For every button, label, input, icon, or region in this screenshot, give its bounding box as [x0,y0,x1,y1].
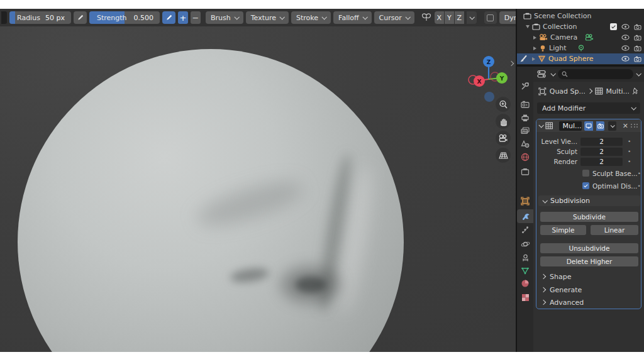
disclosure-collapsed-icon[interactable] [533,36,536,40]
breadcrumb-modifier[interactable]: Multi... [606,87,630,96]
outliner-row-camera[interactable]: Camera [517,32,644,43]
cursor-dropdown[interactable]: Cursor [374,11,414,24]
symmetry-x-toggle[interactable]: X [435,11,444,24]
sculpt-base-checkbox[interactable] [582,170,589,177]
collection-icon [523,13,531,19]
tab-texture[interactable] [517,290,533,304]
modifier-name-field[interactable]: Mul... [559,121,582,131]
tab-constraints[interactable] [517,251,533,265]
radius-pressure-button[interactable] [74,11,87,24]
texture-dropdown[interactable]: Texture [246,11,289,24]
outliner-row-quad-sphere[interactable]: Quad Sphere [517,53,644,64]
camera-view-button[interactable] [496,131,511,146]
hide-eye-icon[interactable] [621,45,630,51]
radius-slider[interactable]: Radius 50 px [9,11,71,24]
tab-particles[interactable] [517,223,533,237]
tab-object[interactable] [517,194,533,208]
optimal-display-checkbox[interactable] [582,182,589,189]
dyntopo-checkbox[interactable] [484,11,497,24]
tab-material[interactable] [517,277,533,290]
animate-dot-icon[interactable]: • [628,138,631,145]
disclosure-expanded-icon[interactable] [526,25,530,28]
strength-pressure-button[interactable] [162,11,175,24]
clipped-tool-button[interactable] [1,11,7,24]
tab-world[interactable] [517,150,533,164]
tab-tool[interactable] [517,79,533,93]
disclosure-collapsed-icon[interactable] [533,47,536,50]
tab-scene[interactable] [517,137,533,151]
subdivide-simple-button[interactable]: Simple [540,225,586,235]
symmetry-y-toggle[interactable]: Y [445,11,454,24]
shape-section-header[interactable]: Shape [541,272,571,281]
symmetry-z-toggle[interactable]: Z [455,11,464,24]
zoom-button[interactable] [496,97,511,112]
sculpt-levels-field[interactable]: 2 [580,148,623,156]
render-visibility-camera-icon[interactable] [634,56,641,62]
render-visibility-camera-icon[interactable] [634,24,641,30]
sculpt-brush-mode-icon [519,55,527,63]
3d-viewport[interactable]: Z X Y [0,26,516,352]
perspective-toggle-button[interactable] [496,148,511,163]
modifier-remove-button[interactable]: ✕ [623,122,628,130]
sculpt-sphere[interactable] [18,49,404,352]
tab-render[interactable] [517,97,533,111]
subdivision-section-header[interactable]: Subdivision [538,195,640,206]
tab-modifiers[interactable] [517,209,533,223]
animate-dot-icon[interactable]: • [628,148,631,155]
render-visibility-camera-icon[interactable] [634,35,641,41]
render-visibility-camera-icon[interactable] [634,45,641,52]
brush-subtract-button[interactable]: − [191,11,201,24]
falloff-dropdown[interactable]: Falloff [333,11,371,24]
filter-chevron-down-icon[interactable] [636,71,641,76]
subdivide-linear-button[interactable]: Linear [591,225,638,235]
animate-dot-icon[interactable]: • [638,170,641,177]
tab-view-layer[interactable] [517,124,533,138]
view-layer-images-icon [521,127,530,134]
hide-eye-icon[interactable] [621,24,630,30]
subdivide-button[interactable]: Subdivide [540,212,638,222]
add-modifier-dropdown[interactable]: Add Modifier [537,102,640,114]
axis-minus-z-ball[interactable] [484,92,494,102]
chevron-down-icon[interactable] [550,71,555,76]
render-levels-field[interactable]: 2 [580,158,623,166]
outliner-row-light[interactable]: Light [517,43,644,53]
collection-checkbox[interactable] [610,23,617,30]
panel-expand-chevron-icon[interactable] [538,123,543,128]
pan-button[interactable] [496,114,511,129]
render-display-toggle[interactable] [596,121,604,131]
properties-content: Quad Sp... Multi... Add Modifier Mul... [533,67,644,352]
hide-eye-icon[interactable] [621,56,630,62]
outliner-item-label: Scene Collection [534,12,591,20]
animate-dot-icon[interactable]: • [628,158,631,165]
tab-output[interactable] [517,111,533,124]
zoom-magnifier-icon [499,100,508,109]
pin-icon[interactable] [632,87,639,95]
brush-add-button[interactable]: + [178,11,188,24]
levels-viewport-field[interactable]: 2 [580,138,623,146]
tab-physics[interactable] [517,237,533,251]
symmetry-options-dropdown[interactable] [467,11,477,24]
outliner-row-collection[interactable]: Collection [517,21,644,32]
unsubdivide-button[interactable]: Unsubdivide [540,243,638,253]
outliner-row-scene-collection[interactable]: Scene Collection [517,11,644,21]
brush-dropdown[interactable]: Brush [206,11,243,24]
chevron-down-icon [405,14,410,19]
properties-search-input[interactable] [558,69,633,79]
tab-collection-properties[interactable] [517,165,533,178]
strength-slider[interactable]: Strength 0.500 [89,11,160,24]
delete-higher-button[interactable]: Delete Higher [540,256,638,266]
advanced-section-header[interactable]: Advanced [541,298,584,307]
editor-type-icon[interactable] [537,70,548,79]
disclosure-collapsed-icon[interactable] [532,57,535,61]
tab-object-data[interactable] [517,264,533,278]
hide-eye-icon[interactable] [621,35,630,40]
realtime-display-toggle[interactable] [584,121,592,131]
generate-section-header[interactable]: Generate [541,285,582,294]
sidebar-expand-arrow[interactable] [509,59,516,68]
stroke-dropdown[interactable]: Stroke [291,11,331,24]
modifier-extras-dropdown[interactable] [608,121,616,131]
animate-dot-icon[interactable]: • [637,183,640,189]
modifier-drag-handle[interactable] [631,124,638,128]
dyntopo-dropdown[interactable]: Dyntopo [499,11,516,24]
breadcrumb-object[interactable]: Quad Sp... [550,87,585,96]
